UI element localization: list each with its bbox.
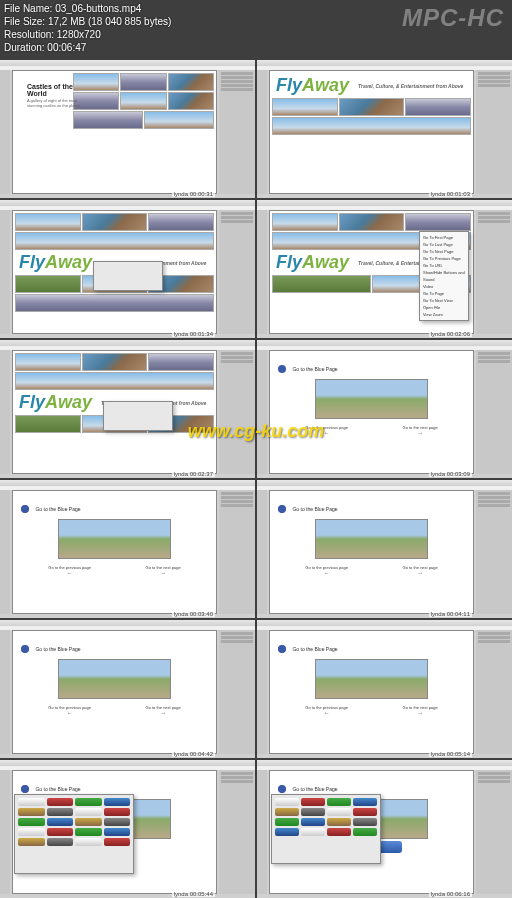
resolution-value: 1280x720	[57, 29, 101, 40]
button-swatch[interactable]	[47, 818, 74, 826]
prev-nav[interactable]: Go to the previous page←	[48, 565, 91, 576]
button-swatch[interactable]	[327, 808, 351, 816]
button-swatch[interactable]	[75, 798, 102, 806]
left-arrow-icon: ←	[324, 430, 330, 436]
button-swatch[interactable]	[47, 808, 74, 816]
button-swatch[interactable]	[104, 808, 131, 816]
thumb-8[interactable]: Go to the Blue Page Go to the previous p…	[257, 480, 512, 618]
castles-title: Castles of the World	[27, 83, 87, 97]
button-swatch[interactable]	[327, 818, 351, 826]
duration-value: 00:06:47	[47, 42, 86, 53]
button-swatch[interactable]	[75, 838, 102, 846]
player-logo: MPC-HC	[402, 4, 504, 32]
thumb-1[interactable]: Castles of the World A gallery of eight …	[0, 60, 255, 198]
next-nav[interactable]: Go to the next page→	[403, 565, 438, 576]
menu-item[interactable]: Go To Next Page	[422, 248, 466, 255]
page-layout: Go to the Blue Page Go to the previous p…	[12, 630, 217, 754]
menu-item[interactable]: Open File	[422, 304, 466, 311]
next-nav[interactable]: Go to the next page→	[146, 565, 181, 576]
button-swatch[interactable]	[18, 808, 45, 816]
button-swatch[interactable]	[301, 828, 325, 836]
fly-text: Fly	[276, 75, 302, 95]
properties-dialog[interactable]	[103, 401, 173, 431]
button-swatch[interactable]	[104, 828, 131, 836]
menu-item[interactable]: Show/Hide Buttons and Forms	[422, 269, 466, 276]
menu-item[interactable]: Go To Previous Page	[422, 255, 466, 262]
button-library-dialog[interactable]	[271, 794, 381, 864]
thumb-12[interactable]: Go to the Blue Page	[257, 760, 512, 898]
thumbnail-grid: Castles of the World A gallery of eight …	[0, 60, 512, 898]
thumb-5[interactable]: FlyAway Travel, Culture, & Entertainment…	[0, 340, 255, 478]
castle-photo	[120, 92, 166, 110]
timecode: lynda 00:02:37	[172, 471, 215, 477]
player-header: File Name: 03_06-buttons.mp4 File Size: …	[0, 0, 512, 60]
button-library-dialog[interactable]	[14, 794, 134, 874]
blue-splat-icon	[278, 785, 286, 793]
duration-label: Duration:	[4, 42, 45, 53]
thumb-3[interactable]: FlyAway Travel, Culture, & Entertainment…	[0, 200, 255, 338]
button-swatch[interactable]	[353, 798, 377, 806]
thumb-2[interactable]: FlyAway Travel, Culture, & Entertainment…	[257, 60, 512, 198]
button-swatch[interactable]	[47, 838, 74, 846]
button-swatch[interactable]	[18, 818, 45, 826]
thumb-6[interactable]: Go to the Blue Page Go to the previous p…	[257, 340, 512, 478]
menu-item[interactable]: Video	[422, 283, 466, 290]
menu-item[interactable]: Go To Next View	[422, 297, 466, 304]
canvas-area: Castles of the World A gallery of eight …	[12, 70, 217, 194]
menu-item[interactable]: Go To Page	[422, 290, 466, 297]
castles-block: Castles of the World A gallery of eight …	[27, 83, 87, 109]
thumb-4[interactable]: FlyAway Travel, Culture, & Entertainment…	[257, 200, 512, 338]
button-swatch[interactable]	[275, 828, 299, 836]
button-swatch[interactable]	[104, 838, 131, 846]
button-swatch[interactable]	[75, 808, 102, 816]
timecode: lynda 00:04:11	[429, 611, 472, 617]
button-swatch[interactable]	[75, 818, 102, 826]
button-swatch[interactable]	[18, 828, 45, 836]
button-swatch[interactable]	[18, 838, 45, 846]
thumb-10[interactable]: Go to the Blue Page Go to the previous p…	[257, 620, 512, 758]
button-swatch[interactable]	[301, 798, 325, 806]
button-swatch[interactable]	[75, 828, 102, 836]
prev-nav[interactable]: Go to the previous page←	[305, 705, 348, 716]
button-swatch[interactable]	[353, 818, 377, 826]
prev-nav[interactable]: Go to the previous page←	[305, 565, 348, 576]
button-swatch[interactable]	[104, 818, 131, 826]
next-nav[interactable]: Go to the next page→	[403, 705, 438, 716]
prev-nav[interactable]: Go to the previous page←	[48, 705, 91, 716]
button-swatch[interactable]	[18, 798, 45, 806]
timecode: lynda 00:05:44	[172, 891, 215, 897]
button-swatch[interactable]	[47, 798, 74, 806]
menu-item[interactable]: Go To Last Page	[422, 241, 466, 248]
button-swatch[interactable]	[327, 828, 351, 836]
cityscape-image	[315, 379, 427, 419]
menu-item[interactable]: View Zoom	[422, 311, 466, 318]
menu-item[interactable]: Go To First Page	[422, 234, 466, 241]
button-swatch[interactable]	[301, 808, 325, 816]
button-swatch[interactable]	[47, 828, 74, 836]
resolution-label: Resolution:	[4, 29, 54, 40]
button-swatch[interactable]	[275, 818, 299, 826]
castle-photo	[168, 92, 214, 110]
button-swatch[interactable]	[327, 798, 351, 806]
next-nav[interactable]: Go to the next page→	[146, 705, 181, 716]
button-swatch[interactable]	[275, 808, 299, 816]
thumb-7[interactable]: Go to the Blue Page Go to the previous p…	[0, 480, 255, 618]
file-info-block: File Name: 03_06-buttons.mp4 File Size: …	[4, 2, 171, 54]
canvas-area: FlyAway Travel, Culture, & Entertainment…	[269, 70, 474, 194]
thumb-11[interactable]: Go to the Blue Page	[0, 760, 255, 898]
right-arrow-icon: →	[417, 430, 423, 436]
prev-nav[interactable]: Go to the previous page←	[305, 425, 348, 436]
blue-splat-icon	[21, 785, 29, 793]
button-swatch[interactable]	[353, 808, 377, 816]
button-swatch[interactable]	[353, 828, 377, 836]
menu-item[interactable]: Go To URL	[422, 262, 466, 269]
button-swatch[interactable]	[275, 798, 299, 806]
properties-dialog[interactable]	[93, 261, 163, 291]
actions-context-menu[interactable]: Go To First Page Go To Last Page Go To N…	[419, 231, 469, 321]
next-nav[interactable]: Go to the next page→	[403, 425, 438, 436]
thumb-9[interactable]: Go to the Blue Page Go to the previous p…	[0, 620, 255, 758]
menu-item[interactable]: Sound	[422, 276, 466, 283]
button-swatch[interactable]	[104, 798, 131, 806]
button-swatch[interactable]	[301, 818, 325, 826]
timecode: lynda 00:03:09	[429, 471, 472, 477]
